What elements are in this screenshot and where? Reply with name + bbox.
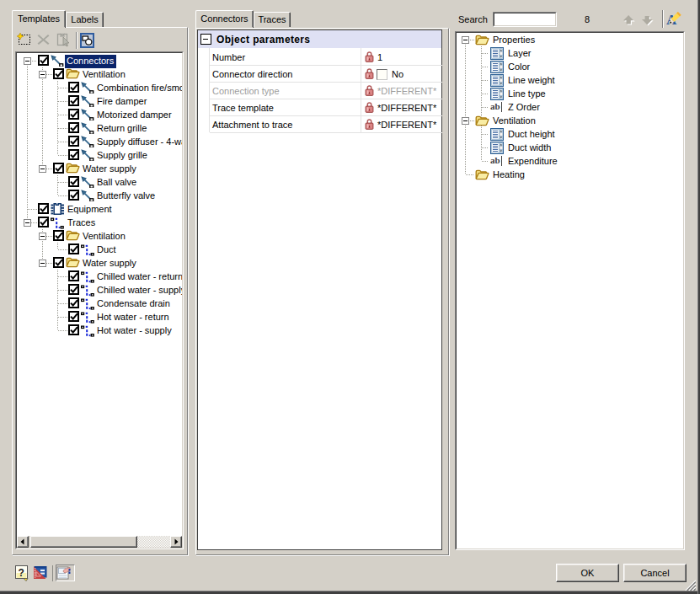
- svg-text:?: ?: [19, 567, 24, 579]
